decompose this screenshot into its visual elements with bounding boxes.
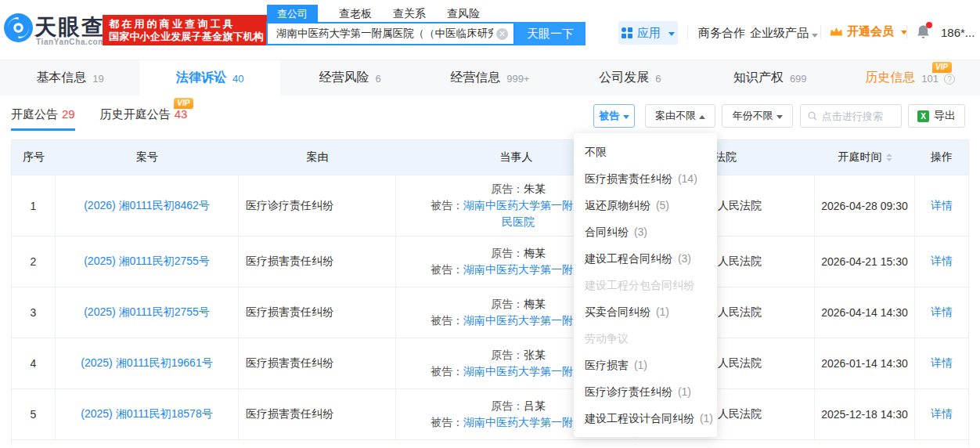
option-label: 建设工程分包合同纠纷 <box>585 279 694 291</box>
tianyancha-logo-icon[interactable] <box>4 13 33 42</box>
case-number-link[interactable]: (2025) 湘0111民初19661号 <box>81 356 212 370</box>
detail-tab[interactable]: 公司发展 6 <box>560 60 700 96</box>
dropdown-option[interactable]: 建设工程设计合同纠纷 (1) <box>574 405 717 432</box>
search-type-tab[interactable]: 查老板 <box>339 7 372 21</box>
list-search-input[interactable] <box>822 110 894 122</box>
defendant-label: 被告： <box>431 365 463 378</box>
tab-count: 6 <box>655 73 661 85</box>
account-menu[interactable]: 186*... <box>941 26 980 39</box>
search-type-tab[interactable]: 查关系 <box>393 7 426 21</box>
open-membership-button[interactable]: 开通会员 <box>830 24 907 39</box>
case-number-link[interactable]: (2025) 湘0111民初2755号 <box>84 305 210 320</box>
dropdown-option[interactable]: 不限 <box>574 139 717 165</box>
apps-label: 应用 <box>637 26 661 41</box>
row-index: 1 <box>12 175 56 236</box>
detail-link[interactable]: 详情 <box>931 199 953 213</box>
divider <box>906 25 907 39</box>
hearing-time: 2026-04-14 14:30 <box>815 287 915 338</box>
export-label: 导出 <box>934 109 956 123</box>
table-header-row: 序号 案号 案由 当事人 法院 开庭时间 操作 <box>12 140 968 175</box>
help-icon[interactable]: ? <box>944 74 955 85</box>
apps-menu-button[interactable]: 应用 <box>618 21 678 45</box>
tab-label: 基本信息 <box>36 70 86 86</box>
tab-count: 19 <box>92 73 103 85</box>
case-number-link[interactable]: (2025) 湘0111民初18578号 <box>81 407 212 421</box>
option-count: (1) <box>700 412 713 425</box>
detail-link[interactable]: 详情 <box>931 356 953 370</box>
plaintiff-line: 原告：梅某 <box>491 296 546 313</box>
table-row: 1 (2026) 湘0111民初8462号 医疗诊疗责任纠纷 原告：朱某 被告：… <box>12 175 968 236</box>
col-header-hearing-time[interactable]: 开庭时间 <box>815 140 915 175</box>
year-filter-dropdown[interactable]: 年份不限 <box>722 104 793 128</box>
plaintiff-name: 吕某 <box>524 399 546 412</box>
role-filter-label: 被告 <box>600 109 620 123</box>
tab-count: 999+ <box>506 73 529 85</box>
company-search-input[interactable] <box>276 28 493 40</box>
dropdown-option[interactable]: 买卖合同纠纷 (1) <box>574 298 717 325</box>
dropdown-option[interactable]: 建设工程分包合同纠纷 <box>574 272 717 298</box>
detail-link[interactable]: 详情 <box>931 407 953 421</box>
role-filter-dropdown[interactable]: 被告 <box>593 104 635 128</box>
cause-filter-dropdown[interactable]: 案由不限 <box>645 104 715 128</box>
cause-dropdown-menu: 不限 医疗损害责任纠纷 (14) 返还原物纠纷 (5) 合同纠纷 (3) 建设工… <box>574 133 717 437</box>
membership-label: 开通会员 <box>847 24 894 39</box>
dropdown-option[interactable]: 劳动争议 <box>574 325 717 352</box>
tab-label: 法律诉讼 <box>176 70 226 86</box>
detail-tab[interactable]: VIP 历史信息 101 ? <box>840 60 980 96</box>
detail-tab[interactable]: 经营信息 999+ <box>420 60 560 96</box>
case-number-link[interactable]: (2026) 湘0111民初8462号 <box>84 199 210 213</box>
tab-label: 历史信息 <box>865 70 915 86</box>
defendant-wrap-line: 民医院 <box>502 214 535 230</box>
notifications-bell-icon[interactable] <box>916 24 933 42</box>
apps-grid-icon <box>622 27 632 38</box>
option-label: 医疗损害责任纠纷 <box>585 172 672 185</box>
search-type-tab[interactable]: 查公司 <box>267 5 318 23</box>
option-label: 不限 <box>585 146 607 158</box>
cause-filter-label: 案由不限 <box>655 109 696 123</box>
table-row: 5 (2025) 湘0111民初18578号 医疗损害责任纠纷 原告：吕某 被告… <box>12 388 968 439</box>
divider <box>820 25 821 39</box>
defendant-company-link-wrap[interactable]: 民医院 <box>502 215 535 228</box>
defendant-label: 被告： <box>431 199 463 211</box>
brand-slogan: 都在用的商业查询工具 国家中小企业发展子基金旗下机构 <box>103 15 270 45</box>
plaintiff-line: 原告：朱某 <box>491 181 546 197</box>
dropdown-option[interactable]: 返还原物纠纷 (5) <box>574 192 717 219</box>
plaintiff-label: 原告： <box>491 247 524 259</box>
dropdown-option[interactable]: 医疗损害责任纠纷 (14) <box>574 165 717 192</box>
export-button[interactable]: X 导出 <box>908 104 965 128</box>
table-row: 2 (2025) 湘0111民初2755号 医疗损害责任纠纷 原告：梅某 被告：… <box>12 236 968 287</box>
slogan-line2: 国家中小企业发展子基金旗下机构 <box>109 31 264 43</box>
option-label: 合同纠纷 <box>585 226 629 238</box>
detail-tab[interactable]: 法律诉讼 40 <box>140 60 280 96</box>
subtab-label: 历史开庭公告 <box>100 107 171 122</box>
nav-enterprise-products[interactable]: 企业级产品 <box>750 26 818 41</box>
dropdown-option[interactable]: 合同纠纷 (3) <box>574 219 717 245</box>
sort-icon[interactable] <box>886 154 892 161</box>
detail-tab[interactable]: 基本信息 19 <box>0 60 140 96</box>
plaintiff-label: 原告： <box>491 298 524 310</box>
subtab-count: 43 <box>175 107 188 121</box>
year-filter-label: 年份不限 <box>733 109 773 123</box>
subtab[interactable]: 开庭公告 29 <box>11 107 75 131</box>
tab-count: 699 <box>790 73 807 85</box>
search-type-tab[interactable]: 查风险 <box>447 7 480 21</box>
subtab[interactable]: VIP 历史开庭公告 43 <box>100 107 188 131</box>
nav-business-cooperation[interactable]: 商务合作 <box>698 26 745 41</box>
table-row: 4 (2025) 湘0111民初19661号 医疗损害责任纠纷 原告：张某 被告… <box>12 338 968 388</box>
detail-tab[interactable]: 经营风险 6 <box>280 60 420 96</box>
defendant-label: 被告： <box>431 416 463 428</box>
subtab-label: 开庭公告 <box>11 107 58 122</box>
option-count: (3) <box>678 252 691 265</box>
search-submit-button[interactable]: 天眼一下 <box>515 22 585 45</box>
detail-link[interactable]: 详情 <box>931 255 953 269</box>
case-cause: 医疗损害责任纠纷 <box>239 389 396 439</box>
dropdown-option[interactable]: 建设工程合同纠纷 (3) <box>574 245 717 272</box>
detail-tab[interactable]: 知识产权 699 <box>700 60 840 96</box>
case-number-link[interactable]: (2025) 湘0111民初2755号 <box>84 255 210 269</box>
dropdown-option[interactable]: 医疗损害 (1) <box>574 352 717 378</box>
tianyancha-page: 天眼查 TianYanCha.com 都在用的商业查询工具 国家中小企业发展子基… <box>0 0 980 448</box>
detail-link[interactable]: 详情 <box>931 305 953 320</box>
clear-search-icon[interactable]: ✕ <box>496 28 508 40</box>
hearing-time: 2025-12-18 14:30 <box>815 389 915 439</box>
dropdown-option[interactable]: 医疗诊疗责任纠纷 (1) <box>574 378 717 405</box>
